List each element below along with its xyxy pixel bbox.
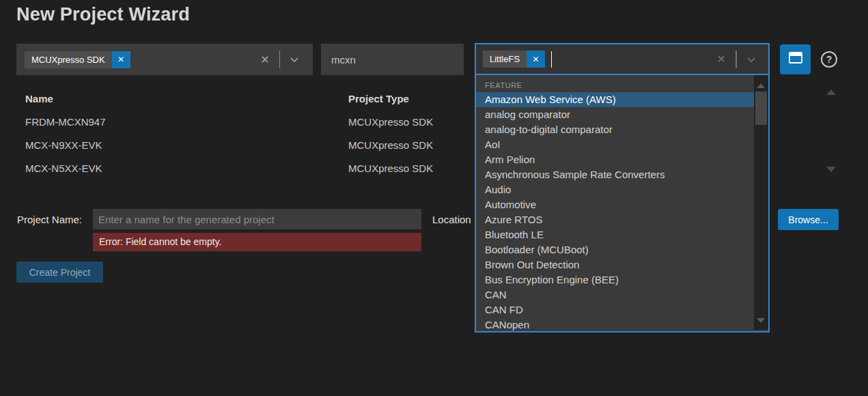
feature-group-label: FEATURE <box>476 75 768 92</box>
feature-list-item[interactable]: Bluetooth LE <box>476 227 754 242</box>
board-name-cell: FRDM-MCXN947 <box>25 116 106 128</box>
table-row[interactable]: FRDM-MCXN947 MCUXpresso SDK <box>0 116 471 132</box>
text-caret <box>551 51 552 68</box>
scroll-up-icon[interactable] <box>826 89 836 95</box>
toggle-panel-button[interactable] <box>780 44 811 74</box>
project-name-label: Project Name: <box>17 214 82 225</box>
window-layout-icon <box>788 51 803 68</box>
feature-list-item[interactable]: Amazon Web Service (AWS) <box>476 92 754 107</box>
scrollbar-up-icon[interactable] <box>757 83 765 88</box>
divider <box>279 51 280 68</box>
project-type-cell: MCUXpresso SDK <box>348 116 433 128</box>
validation-error-message: Error: Field cannot be empty. <box>93 233 421 251</box>
page-title: New Project Wizard <box>16 4 190 25</box>
table-row[interactable]: MCX-N5XX-EVK MCUXpresso SDK <box>0 162 471 179</box>
location-label: Location <box>432 214 471 225</box>
sdk-filter-clear-icon[interactable]: ✕ <box>255 49 275 70</box>
feature-dropdown-panel: FEATURE Amazon Web Service (AWS) analog … <box>475 75 770 333</box>
table-header-project-type: Project Type <box>348 93 409 104</box>
create-project-button[interactable]: Create Project <box>16 261 103 283</box>
feature-filter-tag-label: LittleFS <box>483 51 527 68</box>
feature-list-item[interactable]: analog comparator <box>476 107 754 122</box>
new-project-wizard-window: New Project Wizard MCUXpresso SDK ✕ ✕ Li… <box>0 0 868 396</box>
feature-tag-remove-icon[interactable]: ✕ <box>527 51 545 68</box>
question-mark-icon: ? <box>826 54 832 65</box>
feature-list-item[interactable]: Bus Encryption Engine (BEE) <box>476 272 754 287</box>
feature-filter-chevron-down-icon[interactable] <box>741 49 761 70</box>
sdk-filter-tag-label: MCUXpresso SDK <box>25 51 112 68</box>
sdk-tag-remove-icon[interactable]: ✕ <box>112 51 130 68</box>
sdk-filter-chevron-down-icon[interactable] <box>284 49 305 70</box>
help-button[interactable]: ? <box>821 51 837 68</box>
feature-list-item[interactable]: Asynchronous Sample Rate Converters <box>476 167 754 182</box>
sdk-filter-tag: MCUXpresso SDK ✕ <box>25 51 130 68</box>
table-header-name: Name <box>25 93 53 104</box>
board-search-input[interactable] <box>321 44 464 75</box>
project-type-cell: MCUXpresso SDK <box>348 162 433 174</box>
feature-list-item[interactable]: AoI <box>476 137 754 152</box>
dropdown-scrollbar[interactable] <box>754 75 768 330</box>
feature-list-item[interactable]: Arm Pelion <box>476 152 754 167</box>
scrollbar-down-icon[interactable] <box>757 318 765 323</box>
feature-list-item[interactable]: Azure RTOS <box>476 212 754 227</box>
browse-button[interactable]: Browse... <box>778 209 839 230</box>
feature-filter-clear-icon[interactable]: ✕ <box>711 49 731 70</box>
sdk-filter-combobox[interactable]: MCUXpresso SDK ✕ ✕ <box>16 44 313 75</box>
feature-list-item[interactable]: CAN FD <box>476 302 754 317</box>
feature-list: Amazon Web Service (AWS) analog comparat… <box>476 92 768 333</box>
board-name-cell: MCX-N9XX-EVK <box>25 139 102 151</box>
feature-list-item[interactable]: CANopen <box>476 317 754 333</box>
project-type-cell: MCUXpresso SDK <box>348 139 433 151</box>
feature-list-item[interactable]: analog-to-digital comparator <box>476 122 754 137</box>
divider <box>736 51 737 68</box>
feature-list-item[interactable]: Automotive <box>476 197 754 212</box>
scroll-down-icon[interactable] <box>826 167 836 172</box>
board-name-cell: MCX-N5XX-EVK <box>25 162 102 174</box>
feature-list-item[interactable]: Audio <box>476 182 754 197</box>
feature-filter-combobox[interactable]: LittleFS ✕ ✕ <box>475 43 770 75</box>
scrollbar-thumb[interactable] <box>755 91 767 125</box>
feature-list-item[interactable]: Brown Out Detection <box>476 257 754 272</box>
project-name-input[interactable] <box>93 209 421 229</box>
feature-list-item[interactable]: Bootloader (MCUBoot) <box>476 242 754 257</box>
feature-filter-tag: LittleFS ✕ <box>483 51 545 68</box>
feature-list-item[interactable]: CAN <box>476 287 754 302</box>
table-row[interactable]: MCX-N9XX-EVK MCUXpresso SDK <box>0 139 471 156</box>
